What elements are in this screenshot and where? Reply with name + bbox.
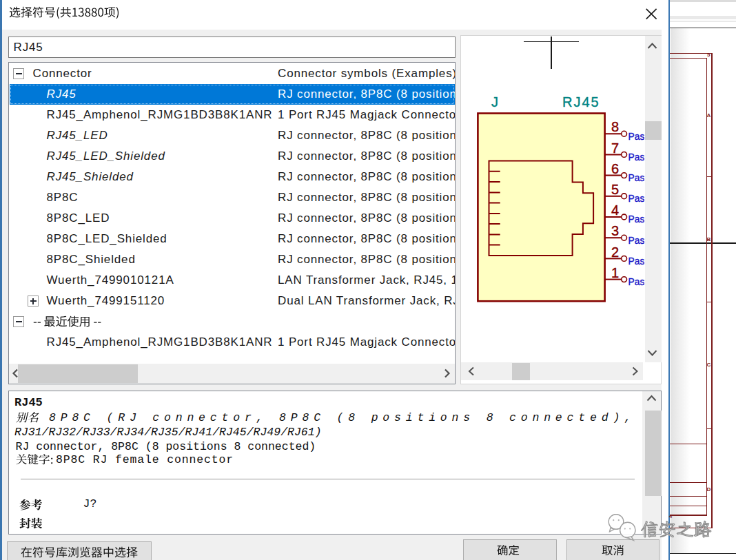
- svg-text:1: 1: [611, 265, 619, 280]
- svg-text:3: 3: [611, 223, 619, 238]
- svg-text:4: 4: [611, 203, 619, 218]
- svg-text:RJ45: RJ45: [562, 94, 600, 110]
- svg-text:Passive: Passive: [628, 214, 662, 225]
- svg-text:Passive: Passive: [628, 152, 662, 163]
- svg-text:Passive: Passive: [628, 132, 662, 142]
- svg-text:2: 2: [611, 245, 619, 260]
- svg-text:Passive: Passive: [628, 236, 662, 246]
- svg-text:Passive: Passive: [628, 173, 662, 183]
- svg-text:J: J: [491, 94, 498, 110]
- svg-text:Passive: Passive: [628, 256, 662, 267]
- svg-text:Passive: Passive: [628, 194, 662, 204]
- svg-text:7: 7: [611, 141, 619, 156]
- svg-text:Passive: Passive: [628, 277, 662, 287]
- svg-text:6: 6: [611, 161, 619, 176]
- svg-text:8: 8: [611, 119, 619, 134]
- svg-text:5: 5: [611, 182, 619, 197]
